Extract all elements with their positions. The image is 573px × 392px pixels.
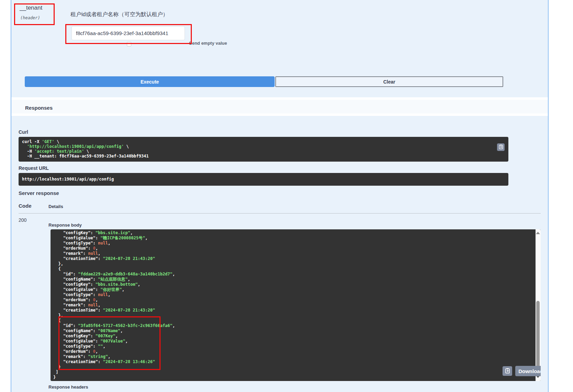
code-line: "configKey": "007Key", xyxy=(53,334,538,339)
parameter-location: (header) xyxy=(20,15,40,20)
code-line: -H __tenant: f8cf76aa-ac59-6399-23ef-3a1… xyxy=(22,154,505,159)
responses-header-bg xyxy=(11,100,548,113)
clipboard-icon xyxy=(505,368,510,374)
code-line: "configName": "007Name", xyxy=(53,328,538,334)
get-operation-block: __tenant (header) 租户id或者租户名称（可空为默认租户） Se… xyxy=(11,0,549,392)
responses-title: Responses xyxy=(25,105,53,111)
swagger-ui-page: __tenant (header) 租户id或者租户名称（可空为默认租户） Se… xyxy=(0,0,573,392)
code-line: "remark": null, xyxy=(53,303,538,308)
details-column-header: Details xyxy=(48,204,63,209)
parameter-name: __tenant xyxy=(20,4,42,11)
curl-command-text: curl -X 'GET' \ 'http://localhost:19001/… xyxy=(19,137,508,161)
status-code: 200 xyxy=(19,217,26,223)
code-line: "creationTime": "2024-07-28 21:43:20" xyxy=(53,256,538,261)
scroll-up-arrow-icon[interactable] xyxy=(536,232,540,234)
code-line: "creationTime": "2024-07-28 13:46:26" xyxy=(53,359,538,364)
code-line: } xyxy=(53,364,538,370)
code-line: "configName": "站点底部信息", xyxy=(53,277,538,282)
code-line: "configType": null, xyxy=(53,241,538,246)
execute-button[interactable]: Execute xyxy=(25,76,275,87)
code-column-header: Code xyxy=(19,203,32,209)
code-line: "orderNum": 0, xyxy=(53,297,538,303)
send-empty-checkbox[interactable] xyxy=(127,42,131,46)
code-line: "configType": null, xyxy=(53,292,538,297)
request-url-label: Request URL xyxy=(19,165,49,171)
response-headers-label: Response headers xyxy=(48,384,88,390)
curl-command-block[interactable]: curl -X 'GET' \ 'http://localhost:19001/… xyxy=(19,137,508,162)
code-line: "remark": "string", xyxy=(53,354,538,359)
code-line: }, xyxy=(53,313,538,318)
code-line: "id": "fddae229-a2e9-ddb3-648a-3a140bc1b… xyxy=(53,272,538,277)
response-scrollbar[interactable] xyxy=(536,229,541,381)
copy-response-button[interactable] xyxy=(503,366,512,376)
code-line: "configValue": "赣ICP备20008025号", xyxy=(53,236,538,241)
curl-label: Curl xyxy=(19,129,28,135)
clear-button[interactable]: Clear xyxy=(275,76,503,87)
code-line: ] xyxy=(53,370,538,375)
code-line: "configValue": "你好世界", xyxy=(53,287,538,292)
code-line: "creationTime": "2024-07-28 21:43:20" xyxy=(53,308,538,313)
parameter-description: 租户id或者租户名称（可空为默认租户） xyxy=(70,11,168,18)
clipboard-icon xyxy=(499,144,503,150)
download-button[interactable]: Download xyxy=(515,366,541,376)
code-line: "orderNum": 0, xyxy=(53,349,538,354)
header-divider xyxy=(19,213,541,214)
request-url-text: http://localhost:19001/api/app/config xyxy=(19,173,508,184)
tenant-input[interactable] xyxy=(71,26,185,40)
response-body-label: Response body xyxy=(48,222,82,228)
code-line: "id": "3fa85f64-5717-4562-b3fc-2c963f66a… xyxy=(53,323,538,328)
response-body-json: "configKey": "bbs.site.icp", "configValu… xyxy=(51,229,541,381)
request-url-block: http://localhost:19001/api/app/config xyxy=(19,173,508,186)
code-line: "configKey": "bbs.site.icp", xyxy=(53,230,538,236)
code-line: "remark": null, xyxy=(53,251,538,256)
response-body-block[interactable]: "configKey": "bbs.site.icp", "configValu… xyxy=(51,229,541,381)
code-line: curl -X 'GET' \ xyxy=(22,139,505,144)
scrollbar-thumb[interactable] xyxy=(536,301,540,373)
code-line: "configKey": "bbs.site.bottom", xyxy=(53,282,538,287)
copy-curl-button[interactable] xyxy=(497,143,505,151)
code-line: 'http://localhost:19001/api/app/config' … xyxy=(22,144,505,149)
send-empty-label: Send empty value xyxy=(189,41,227,46)
code-line: "orderNum": 0, xyxy=(53,246,538,251)
code-line: "configType": "", xyxy=(53,344,538,349)
code-line: { xyxy=(53,266,538,272)
code-line: { xyxy=(53,318,538,323)
code-line: } xyxy=(53,375,538,380)
code-line: "configValue": "007Value", xyxy=(53,339,538,344)
code-line: http://localhost:19001/api/app/config xyxy=(22,177,505,182)
server-response-label: Server response xyxy=(19,190,59,196)
code-line: -H 'accept: text/plain' \ xyxy=(22,149,505,154)
code-line: }, xyxy=(53,261,538,266)
